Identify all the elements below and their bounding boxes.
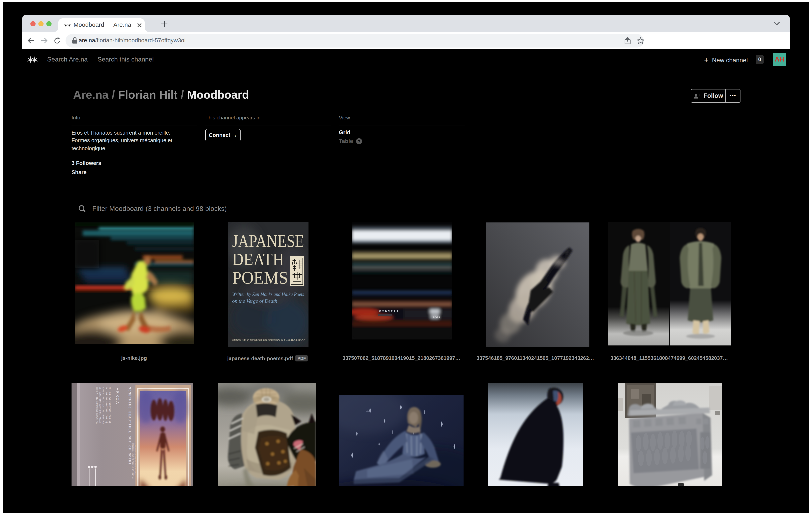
svg-text:PORSCHE: PORSCHE (379, 309, 400, 313)
svg-text:02. SOMETHING BEAUTIFUL, AGAIN: 02. SOMETHING BEAUTIFUL, AGAIN (99, 387, 101, 423)
svg-text:ARKIA: ARKIA (115, 388, 120, 405)
svg-text:04. AMBIENT FURNITURE [TAKE 2]: 04. AMBIENT FURNITURE [TAKE 2] (105, 387, 108, 423)
svg-text:Written by Zen Monks and Haiku: Written by Zen Monks and Haiku Poets (232, 291, 304, 297)
svg-text:JAPANESE: JAPANESE (232, 231, 304, 251)
svg-text:SIDE A: 01. SOMETHING BEAUTIFU: SIDE A: 01. SOMETHING BEAUTIFUL (96, 387, 98, 424)
svg-text:SIDE B: 03. STUDY THE INVISIBL: SIDE B: 03. STUDY THE INVISIBLE (102, 387, 104, 424)
svg-text:POEMS: POEMS (232, 268, 288, 288)
svg-text:BOSS: BOSS (433, 316, 440, 319)
svg-text:DEATH: DEATH (232, 250, 284, 269)
svg-text:?: ? (358, 139, 360, 144)
svg-text:SOMETHING BEAUTIFUL OUT OF NOT: SOMETHING BEAUTIFUL OUT OF NOTHI (128, 387, 132, 465)
svg-text:RECORDED LIVE AT TEMPLE OF HOL: RECORDED LIVE AT TEMPLE OF HOLY S (132, 443, 134, 479)
svg-text:compiled with an Introduction: compiled with an Introduction and commen… (232, 338, 306, 341)
svg-text:on the Verge of Death: on the Verge of Death (232, 298, 277, 304)
svg-text:05. AMBIENT FURNITURE [TAKE 3]: 05. AMBIENT FURNITURE [TAKE 3] (109, 387, 111, 423)
